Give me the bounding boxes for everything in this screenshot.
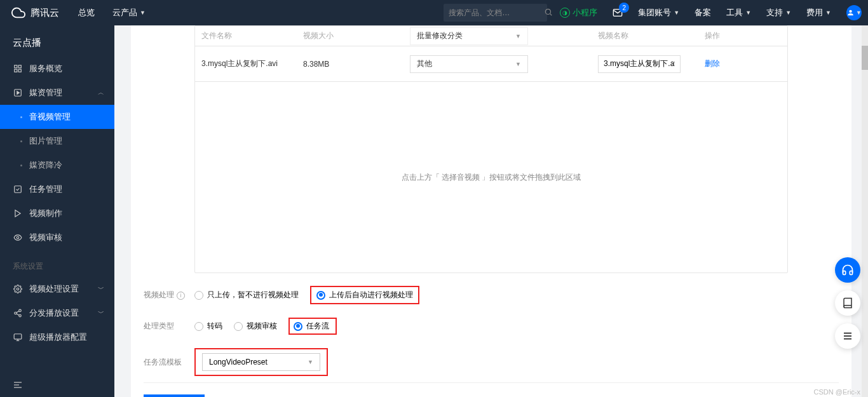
table-header: 文件名称 视频大小 批量修改分类 ▼ 视频名称 操作 xyxy=(195,26,787,46)
radio-taskflow[interactable]: 任务流 xyxy=(294,321,329,332)
radio-upload-only[interactable]: 只上传，暂不进行视频处理 xyxy=(194,290,299,300)
svg-point-16 xyxy=(19,314,22,317)
upload-table: 文件名称 视频大小 批量修改分类 ▼ 视频名称 操作 3.mysql主从复制下.… xyxy=(194,25,788,273)
label-template: 任务流模板 xyxy=(144,357,194,368)
template-select[interactable]: LongVideoPreset ▼ xyxy=(202,353,320,371)
docs-float[interactable] xyxy=(835,290,860,316)
beian[interactable]: 备案 xyxy=(695,7,711,18)
chevron-down-icon: ▼ xyxy=(825,10,831,16)
grid-icon xyxy=(13,64,23,74)
chevron-down-icon: ▼ xyxy=(745,10,751,16)
sidebar-sub-av[interactable]: 音视频管理 xyxy=(0,105,114,129)
scrollbar[interactable] xyxy=(862,25,868,397)
radio-icon xyxy=(316,291,325,300)
highlight-template: LongVideoPreset ▼ xyxy=(194,348,328,376)
info-icon[interactable]: i xyxy=(177,292,185,300)
eye-icon xyxy=(13,232,23,243)
sidebar-title: 云点播 xyxy=(0,25,114,57)
chevron-down-icon: ▼ xyxy=(515,33,521,39)
radio-transcode[interactable]: 转码 xyxy=(194,321,222,332)
svg-point-12 xyxy=(17,236,19,239)
logo-area[interactable]: 腾讯云 xyxy=(11,6,59,20)
account-menu[interactable]: 集团账号▼ xyxy=(638,7,679,18)
radio-audit[interactable]: 视频审核 xyxy=(234,321,277,332)
brand-text: 腾讯云 xyxy=(31,7,59,19)
col-size: 视频大小 xyxy=(303,30,410,41)
row-category-select[interactable]: 其他 ▼ xyxy=(410,55,528,73)
watermark: CSDN @Eric-x xyxy=(814,388,861,396)
svg-point-3 xyxy=(849,10,851,13)
radio-auto-proc[interactable]: 上传后自动进行视频处理 xyxy=(316,290,413,300)
svg-rect-19 xyxy=(14,334,22,339)
col-action: 操作 xyxy=(705,30,781,41)
svg-line-1 xyxy=(550,13,552,15)
nav-products[interactable]: 云产品▼ xyxy=(112,7,146,18)
cloud-logo-icon xyxy=(11,6,25,20)
sidebar-item-player-set[interactable]: 超级播放器配置 xyxy=(0,325,114,349)
chevron-down-icon: ▼ xyxy=(140,10,146,16)
search-box[interactable] xyxy=(444,4,547,22)
cell-size: 8.38MB xyxy=(303,60,410,69)
menu-float[interactable] xyxy=(835,323,860,349)
svg-point-13 xyxy=(17,288,19,290)
play-square-icon xyxy=(13,88,23,98)
search-input[interactable] xyxy=(449,8,544,17)
highlight-autoproc: 上传后自动进行视频处理 xyxy=(310,286,419,304)
chevron-down-icon: ▼ xyxy=(308,359,313,365)
video-name-input[interactable] xyxy=(598,55,681,73)
nav-right: ◑ 小程序 2 集团账号▼ 备案 工具▼ 支持▼ 费用▼ ▼ xyxy=(560,5,862,20)
sidebar-item-audit[interactable]: 视频审核 xyxy=(0,225,114,250)
drop-zone[interactable]: 点击上方「 选择音视频 」按钮或将文件拖拽到此区域 xyxy=(195,82,787,273)
radio-icon xyxy=(194,322,203,331)
delete-link[interactable]: 删除 xyxy=(705,59,720,68)
sidebar-item-proc-set[interactable]: 视频处理设置 ﹀ xyxy=(0,277,114,301)
avatar[interactable]: ▼ xyxy=(846,5,862,20)
sidebar-collapse[interactable] xyxy=(0,373,114,397)
nav-overview[interactable]: 总览 xyxy=(78,7,95,18)
panel: 文件名称 视频大小 批量修改分类 ▼ 视频名称 操作 3.mysql主从复制下.… xyxy=(131,25,851,397)
chevron-down-icon: ▼ xyxy=(785,10,791,16)
gear-icon xyxy=(13,284,23,294)
search-icon[interactable] xyxy=(544,8,553,18)
sidebar: 云点播 服务概览 媒资管理 ︿ 音视频管理 图片管理 媒资降冷 任务管理 视频制… xyxy=(0,25,114,397)
sidebar-sub-cool[interactable]: 媒资降冷 xyxy=(0,153,114,177)
sidebar-sub-image[interactable]: 图片管理 xyxy=(0,129,114,153)
message-badge: 2 xyxy=(619,3,629,13)
sidebar-item-overview[interactable]: 服务概览 xyxy=(0,57,114,81)
svg-rect-6 xyxy=(15,69,17,72)
share-icon xyxy=(13,308,23,318)
start-upload-button[interactable]: 开始上传 xyxy=(144,394,205,397)
bulk-category-select[interactable]: 批量修改分类 ▼ xyxy=(410,27,528,45)
monitor-icon xyxy=(13,332,23,342)
sidebar-item-produce[interactable]: 视频制作 xyxy=(0,201,114,225)
highlight-flow: 任务流 xyxy=(288,318,337,335)
mini-program[interactable]: ◑ 小程序 xyxy=(560,7,597,18)
radio-icon xyxy=(294,322,302,331)
messages[interactable]: 2 xyxy=(613,8,623,18)
svg-point-15 xyxy=(15,312,17,314)
svg-point-0 xyxy=(546,9,551,14)
svg-rect-4 xyxy=(15,65,17,68)
support-menu[interactable]: 支持▼ xyxy=(766,7,791,18)
svg-rect-5 xyxy=(18,65,21,68)
chevron-down-icon: ﹀ xyxy=(98,309,104,318)
col-category: 批量修改分类 ▼ xyxy=(410,27,598,45)
sidebar-item-media[interactable]: 媒资管理 ︿ xyxy=(0,81,114,105)
row-proc-type: 处理类型 转码 视频审核 任务流 xyxy=(144,318,839,335)
sidebar-section-label: 系统设置 xyxy=(0,261,114,277)
svg-line-18 xyxy=(17,311,19,313)
support-float[interactable] xyxy=(835,257,860,283)
headset-icon xyxy=(841,264,854,276)
sidebar-item-dist-set[interactable]: 分发播放设置 ﹀ xyxy=(0,301,114,325)
nav-left: 总览 云产品▼ xyxy=(78,7,146,18)
label-proc: 视频处理i xyxy=(144,290,194,300)
col-filename: 文件名称 xyxy=(201,30,303,41)
sidebar-item-task[interactable]: 任务管理 xyxy=(0,177,114,201)
radio-icon xyxy=(234,322,243,331)
cost-menu[interactable]: 费用▼ xyxy=(806,7,831,18)
book-icon xyxy=(842,297,853,309)
svg-rect-10 xyxy=(15,186,22,193)
play-icon xyxy=(13,208,23,219)
scrollbar-thumb[interactable] xyxy=(862,46,868,70)
row-video-proc: 视频处理i 只上传，暂不进行视频处理 上传后自动进行视频处理 xyxy=(144,286,839,304)
